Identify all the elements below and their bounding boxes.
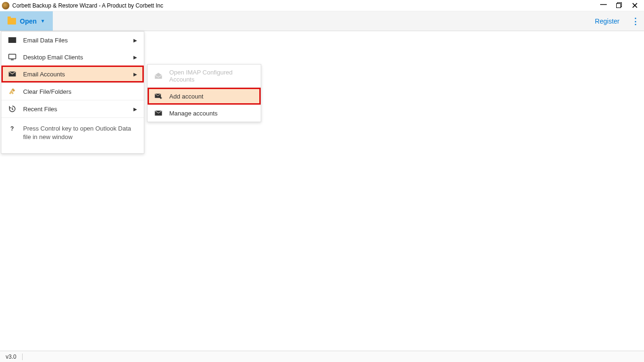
divider — [22, 354, 23, 360]
submenu-label: Manage accounts — [169, 110, 218, 117]
chevron-right-icon: ▶ — [133, 107, 137, 112]
open-dropdown-menu: Email Data Files ▶ Desktop Email Clients… — [1, 31, 144, 154]
more-menu-button[interactable]: ⋮ — [627, 11, 644, 31]
status-version: v3.0 — [6, 354, 17, 360]
envelope-icon — [8, 70, 17, 78]
folder-icon — [8, 18, 16, 25]
question-icon: ? — [8, 124, 17, 133]
register-link[interactable]: Register — [587, 11, 627, 31]
history-icon — [8, 105, 17, 113]
submenu-add-account[interactable]: Add account — [148, 88, 261, 105]
submenu-label: Add account — [169, 93, 203, 100]
maximize-button[interactable] — [616, 2, 622, 9]
menu-label: Email Data Files — [23, 37, 68, 44]
menu-email-accounts[interactable]: Email Accounts ▶ — [1, 66, 144, 82]
help-hint-text: Press Control key to open Outlook Data f… — [23, 124, 137, 141]
window-controls: — ✕ — [600, 1, 642, 10]
svg-rect-2 — [9, 54, 16, 59]
caret-down-icon: ▼ — [41, 18, 45, 24]
chevron-right-icon: ▶ — [133, 55, 137, 60]
menu-label: Desktop Email Clients — [23, 54, 83, 61]
menu-recent-files[interactable]: Recent Files ▶ — [1, 100, 144, 117]
main-area: Email Data Files ▶ Desktop Email Clients… — [0, 31, 644, 351]
open-label: Open — [20, 17, 37, 25]
svg-rect-1 — [617, 3, 621, 8]
envelope-plus-icon — [154, 92, 163, 100]
envelope-icon — [8, 36, 17, 44]
chevron-right-icon: ▶ — [133, 38, 137, 43]
envelope-icon — [154, 109, 163, 117]
monitor-icon — [8, 53, 17, 61]
toolbar: Open ▼ Register ⋮ — [0, 11, 644, 31]
title-bar: Corbett Backup & Restore Wizard - A Prod… — [0, 0, 644, 11]
submenu-label: Open IMAP Configured Accounts — [169, 69, 254, 83]
menu-label: Recent Files — [23, 106, 57, 113]
chevron-right-icon: ▶ — [133, 72, 137, 77]
menu-label: Clear File/Folders — [23, 88, 72, 95]
svg-rect-3 — [11, 59, 14, 60]
submenu-open-imap: Open IMAP Configured Accounts — [148, 65, 261, 87]
svg-text:?: ? — [10, 125, 14, 132]
open-dropdown-button[interactable]: Open ▼ — [0, 11, 53, 31]
menu-clear-file-folders[interactable]: Clear File/Folders — [1, 83, 144, 100]
status-bar: v3.0 — [0, 351, 644, 362]
email-accounts-submenu: Open IMAP Configured Accounts Add accoun… — [147, 64, 261, 122]
broom-icon — [8, 87, 17, 96]
envelope-open-icon — [154, 72, 163, 80]
menu-email-data-files[interactable]: Email Data Files ▶ — [1, 32, 144, 49]
window-title: Corbett Backup & Restore Wizard - A Prod… — [12, 2, 600, 9]
submenu-manage-accounts[interactable]: Manage accounts — [148, 105, 261, 122]
app-icon — [2, 2, 9, 9]
minimize-button[interactable]: — — [600, 1, 607, 8]
close-button[interactable]: ✕ — [631, 1, 638, 10]
menu-label: Email Accounts — [23, 71, 65, 78]
menu-help-hint: ? Press Control key to open Outlook Data… — [1, 118, 144, 150]
menu-desktop-email-clients[interactable]: Desktop Email Clients ▶ — [1, 49, 144, 66]
